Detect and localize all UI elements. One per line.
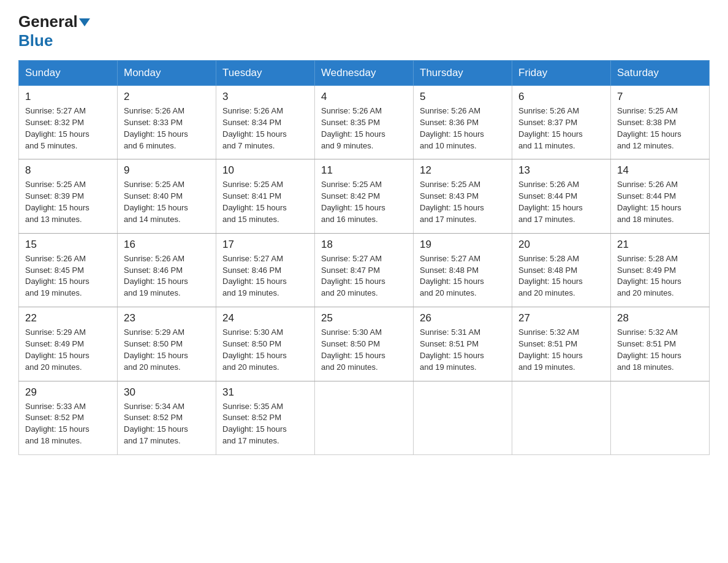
day-cell: 6 Sunrise: 5:26 AM Sunset: 8:37 PM Dayli… <box>512 86 611 159</box>
day-cell <box>315 381 414 454</box>
day-number: 12 <box>420 164 506 177</box>
calendar-header: SundayMondayTuesdayWednesdayThursdayFrid… <box>19 61 710 86</box>
day-info: Sunrise: 5:25 AM Sunset: 8:40 PM Dayligh… <box>124 179 210 225</box>
day-cell: 12 Sunrise: 5:25 AM Sunset: 8:43 PM Dayl… <box>414 159 512 233</box>
header-thursday: Thursday <box>414 61 512 86</box>
logo: General Blue <box>18 12 93 50</box>
day-cell: 22 Sunrise: 5:29 AM Sunset: 8:49 PM Dayl… <box>19 307 118 381</box>
day-cell: 4 Sunrise: 5:26 AM Sunset: 8:35 PM Dayli… <box>315 86 414 159</box>
day-cell: 13 Sunrise: 5:26 AM Sunset: 8:44 PM Dayl… <box>512 159 611 233</box>
day-info: Sunrise: 5:26 AM Sunset: 8:44 PM Dayligh… <box>617 179 703 225</box>
day-number: 23 <box>124 312 210 324</box>
day-number: 26 <box>420 312 506 324</box>
day-cell: 16 Sunrise: 5:26 AM Sunset: 8:46 PM Dayl… <box>118 233 216 307</box>
day-info: Sunrise: 5:27 AM Sunset: 8:46 PM Dayligh… <box>222 253 308 299</box>
day-info: Sunrise: 5:27 AM Sunset: 8:32 PM Dayligh… <box>25 105 111 151</box>
day-info: Sunrise: 5:34 AM Sunset: 8:52 PM Dayligh… <box>124 401 210 447</box>
day-cell: 27 Sunrise: 5:32 AM Sunset: 8:51 PM Dayl… <box>512 307 611 381</box>
day-number: 30 <box>124 386 210 399</box>
day-number: 9 <box>124 164 210 177</box>
day-info: Sunrise: 5:26 AM Sunset: 8:36 PM Dayligh… <box>420 105 506 151</box>
header-saturday: Saturday <box>611 61 710 86</box>
day-cell <box>414 381 512 454</box>
day-number: 17 <box>222 239 308 251</box>
day-info: Sunrise: 5:25 AM Sunset: 8:41 PM Dayligh… <box>222 179 308 225</box>
day-info: Sunrise: 5:25 AM Sunset: 8:43 PM Dayligh… <box>420 179 506 225</box>
week-row-2: 8 Sunrise: 5:25 AM Sunset: 8:39 PM Dayli… <box>19 159 710 233</box>
day-info: Sunrise: 5:27 AM Sunset: 8:48 PM Dayligh… <box>420 253 506 299</box>
day-info: Sunrise: 5:25 AM Sunset: 8:39 PM Dayligh… <box>25 179 111 225</box>
logo-shape: General Blue <box>18 12 90 50</box>
header-friday: Friday <box>512 61 611 86</box>
day-number: 21 <box>617 239 703 251</box>
day-number: 31 <box>222 386 308 399</box>
day-info: Sunrise: 5:25 AM Sunset: 8:38 PM Dayligh… <box>617 105 703 151</box>
header-monday: Monday <box>118 61 216 86</box>
day-number: 28 <box>617 312 703 324</box>
day-number: 18 <box>321 239 407 251</box>
day-number: 15 <box>25 239 111 251</box>
day-info: Sunrise: 5:32 AM Sunset: 8:51 PM Dayligh… <box>518 327 604 373</box>
day-info: Sunrise: 5:30 AM Sunset: 8:50 PM Dayligh… <box>222 327 308 373</box>
day-info: Sunrise: 5:25 AM Sunset: 8:42 PM Dayligh… <box>321 179 407 225</box>
day-info: Sunrise: 5:28 AM Sunset: 8:49 PM Dayligh… <box>617 253 703 299</box>
header-tuesday: Tuesday <box>216 61 315 86</box>
day-number: 22 <box>25 312 111 324</box>
week-row-1: 1 Sunrise: 5:27 AM Sunset: 8:32 PM Dayli… <box>19 86 710 159</box>
day-number: 2 <box>124 91 210 103</box>
header-sunday: Sunday <box>19 61 118 86</box>
day-cell: 10 Sunrise: 5:25 AM Sunset: 8:41 PM Dayl… <box>216 159 315 233</box>
week-row-4: 22 Sunrise: 5:29 AM Sunset: 8:49 PM Dayl… <box>19 307 710 381</box>
day-info: Sunrise: 5:26 AM Sunset: 8:34 PM Dayligh… <box>222 105 308 151</box>
calendar-body: 1 Sunrise: 5:27 AM Sunset: 8:32 PM Dayli… <box>19 86 710 455</box>
day-number: 4 <box>321 91 407 103</box>
day-number: 7 <box>617 91 703 103</box>
day-info: Sunrise: 5:32 AM Sunset: 8:51 PM Dayligh… <box>617 327 703 373</box>
header-row: SundayMondayTuesdayWednesdayThursdayFrid… <box>19 61 710 86</box>
day-cell: 14 Sunrise: 5:26 AM Sunset: 8:44 PM Dayl… <box>611 159 710 233</box>
day-info: Sunrise: 5:31 AM Sunset: 8:51 PM Dayligh… <box>420 327 506 373</box>
day-cell: 20 Sunrise: 5:28 AM Sunset: 8:48 PM Dayl… <box>512 233 611 307</box>
day-number: 5 <box>420 91 506 103</box>
day-cell: 24 Sunrise: 5:30 AM Sunset: 8:50 PM Dayl… <box>216 307 315 381</box>
day-info: Sunrise: 5:26 AM Sunset: 8:35 PM Dayligh… <box>321 105 407 151</box>
day-number: 24 <box>222 312 308 324</box>
day-cell: 28 Sunrise: 5:32 AM Sunset: 8:51 PM Dayl… <box>611 307 710 381</box>
day-cell: 3 Sunrise: 5:26 AM Sunset: 8:34 PM Dayli… <box>216 86 315 159</box>
day-cell <box>512 381 611 454</box>
day-cell: 18 Sunrise: 5:27 AM Sunset: 8:47 PM Dayl… <box>315 233 414 307</box>
day-info: Sunrise: 5:26 AM Sunset: 8:37 PM Dayligh… <box>518 105 604 151</box>
day-cell: 11 Sunrise: 5:25 AM Sunset: 8:42 PM Dayl… <box>315 159 414 233</box>
day-info: Sunrise: 5:26 AM Sunset: 8:44 PM Dayligh… <box>518 179 604 225</box>
day-info: Sunrise: 5:29 AM Sunset: 8:50 PM Dayligh… <box>124 327 210 373</box>
day-info: Sunrise: 5:29 AM Sunset: 8:49 PM Dayligh… <box>25 327 111 373</box>
day-number: 13 <box>518 164 604 177</box>
day-info: Sunrise: 5:26 AM Sunset: 8:45 PM Dayligh… <box>25 253 111 299</box>
day-cell: 21 Sunrise: 5:28 AM Sunset: 8:49 PM Dayl… <box>611 233 710 307</box>
day-cell: 31 Sunrise: 5:35 AM Sunset: 8:52 PM Dayl… <box>216 381 315 454</box>
day-number: 3 <box>222 91 308 103</box>
calendar-table: SundayMondayTuesdayWednesdayThursdayFrid… <box>18 60 710 455</box>
day-number: 1 <box>25 91 111 103</box>
day-cell: 7 Sunrise: 5:25 AM Sunset: 8:38 PM Dayli… <box>611 86 710 159</box>
day-cell: 8 Sunrise: 5:25 AM Sunset: 8:39 PM Dayli… <box>19 159 118 233</box>
day-info: Sunrise: 5:35 AM Sunset: 8:52 PM Dayligh… <box>222 401 308 447</box>
day-cell: 26 Sunrise: 5:31 AM Sunset: 8:51 PM Dayl… <box>414 307 512 381</box>
day-number: 14 <box>617 164 703 177</box>
day-info: Sunrise: 5:33 AM Sunset: 8:52 PM Dayligh… <box>25 401 111 447</box>
day-number: 19 <box>420 239 506 251</box>
day-number: 10 <box>222 164 308 177</box>
day-number: 11 <box>321 164 407 177</box>
day-number: 29 <box>25 386 111 399</box>
day-info: Sunrise: 5:28 AM Sunset: 8:48 PM Dayligh… <box>518 253 604 299</box>
page-header: General Blue <box>18 12 710 50</box>
day-cell: 1 Sunrise: 5:27 AM Sunset: 8:32 PM Dayli… <box>19 86 118 159</box>
day-cell: 5 Sunrise: 5:26 AM Sunset: 8:36 PM Dayli… <box>414 86 512 159</box>
day-cell: 2 Sunrise: 5:26 AM Sunset: 8:33 PM Dayli… <box>118 86 216 159</box>
header-wednesday: Wednesday <box>315 61 414 86</box>
week-row-5: 29 Sunrise: 5:33 AM Sunset: 8:52 PM Dayl… <box>19 381 710 454</box>
logo-general: General <box>18 12 78 31</box>
day-cell: 30 Sunrise: 5:34 AM Sunset: 8:52 PM Dayl… <box>118 381 216 454</box>
day-cell: 17 Sunrise: 5:27 AM Sunset: 8:46 PM Dayl… <box>216 233 315 307</box>
day-number: 6 <box>518 91 604 103</box>
